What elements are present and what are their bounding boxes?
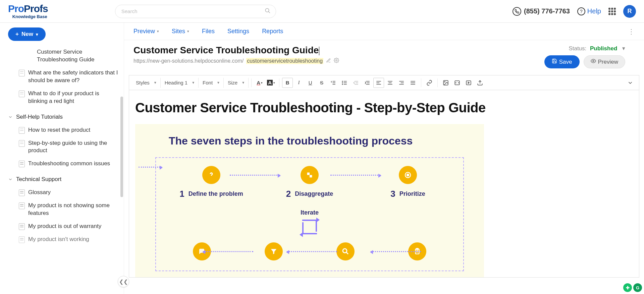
- tree-item[interactable]: My product is not showing some features: [7, 199, 120, 220]
- new-label: New: [21, 31, 33, 38]
- tab-label: Reports: [262, 28, 283, 35]
- svg-point-12: [342, 84, 343, 84]
- svg-line-1: [268, 11, 270, 13]
- tab-reports[interactable]: Reports: [262, 28, 283, 35]
- tree-item-label: Customer Service Troubleshooting Guide: [37, 48, 118, 64]
- tree-item[interactable]: What are the safety indicators that I sh…: [7, 66, 120, 87]
- align-left-button[interactable]: [373, 78, 384, 88]
- chevron-down-icon: [8, 115, 13, 119]
- tree-item[interactable]: What to do if your product is blinking a…: [7, 87, 120, 108]
- grammarly-icon[interactable]: G: [633, 283, 642, 292]
- save-button[interactable]: Save: [544, 55, 580, 68]
- tree-item[interactable]: How to reset the product: [7, 124, 120, 137]
- phone-block[interactable]: (855) 776-7763: [513, 7, 570, 16]
- indent-button[interactable]: [362, 78, 373, 88]
- document-icon: [19, 70, 25, 76]
- italic-button[interactable]: I: [293, 78, 304, 88]
- page-url: https://new-gen-solutions.helpdocsonline…: [133, 58, 544, 64]
- tree-item[interactable]: My product isn't working: [7, 233, 120, 246]
- tree-item-label: What are the safety indicators that I sh…: [28, 69, 118, 84]
- tree-item[interactable]: Step-by-step guide to using the product: [7, 137, 120, 158]
- page-title[interactable]: Customer Service Troubleshooting Guide: [133, 45, 319, 56]
- step-number: 3: [390, 189, 395, 199]
- chevron-down-icon: ▾: [622, 45, 625, 52]
- tab-files[interactable]: Files: [202, 28, 215, 35]
- editor-body[interactable]: Customer Service Troubleshooting - Step-…: [129, 90, 639, 278]
- video-button[interactable]: [463, 78, 474, 88]
- bg-color-button[interactable]: A▾: [266, 78, 276, 88]
- step-number: 2: [286, 189, 291, 199]
- tree-item-label: Glossary: [28, 189, 51, 196]
- strike-button[interactable]: S: [316, 78, 327, 88]
- tab-sites[interactable]: Sites ▾: [172, 28, 189, 35]
- arrow-icon: [287, 251, 337, 252]
- svg-point-42: [343, 249, 347, 253]
- tree-item-label: My product is out of warranty: [28, 223, 101, 230]
- bold-button[interactable]: B: [282, 78, 293, 88]
- sidebar-scrollbar[interactable]: [120, 97, 123, 197]
- eye-icon: [591, 58, 596, 65]
- step-text: Disaggregate: [295, 190, 333, 197]
- pencil-icon[interactable]: [326, 58, 331, 64]
- tree-group-selfhelp[interactable]: Self-Help Tutorials: [7, 111, 120, 124]
- chevron-down-icon: ▾: [187, 29, 189, 34]
- code-button[interactable]: [452, 78, 463, 88]
- heading-dropdown[interactable]: Heading 1▼: [161, 78, 199, 88]
- text-cursor: [319, 47, 319, 55]
- svg-line-43: [346, 252, 348, 254]
- tree-group-technical[interactable]: Technical Support: [7, 173, 120, 186]
- tree-item[interactable]: Glossary: [7, 186, 120, 199]
- save-icon: [552, 58, 557, 65]
- tree-item[interactable]: Troubleshooting common issues: [7, 157, 120, 170]
- url-slug[interactable]: customerservicetroubleshooting: [246, 58, 323, 64]
- svg-rect-39: [310, 175, 312, 177]
- ordered-list-button[interactable]: [328, 78, 338, 88]
- step-label: 1Define the problem: [179, 189, 243, 199]
- avatar[interactable]: R: [623, 5, 636, 18]
- step-label: 2Disaggregate: [286, 189, 333, 199]
- new-button[interactable]: + New ▾: [8, 27, 46, 41]
- tree-item-active[interactable]: Customer Service Troubleshooting Guide: [7, 46, 120, 66]
- svg-point-10: [342, 81, 343, 81]
- top-header: Pro Profs Knowledge Base (855) 776-7763 …: [0, 0, 644, 23]
- apps-icon[interactable]: [608, 8, 616, 15]
- status-value: Published: [590, 45, 617, 52]
- iterate-icon: [300, 219, 319, 236]
- main-tabs: Preview ▾ Sites ▾ Files Settings Reports…: [124, 23, 644, 40]
- separator: [251, 78, 252, 87]
- underline-button[interactable]: U: [305, 78, 316, 88]
- kebab-menu-icon[interactable]: ⋮: [628, 27, 635, 36]
- help-link[interactable]: ? Help: [577, 7, 601, 15]
- gear-icon[interactable]: [334, 58, 339, 64]
- image-button[interactable]: [440, 78, 451, 88]
- tab-settings[interactable]: Settings: [227, 28, 249, 35]
- align-justify-button[interactable]: [408, 78, 418, 88]
- status-line[interactable]: Status: Published ▾: [569, 45, 625, 52]
- logo-pro: Pro: [8, 4, 24, 14]
- text-color-button[interactable]: A▾: [254, 78, 265, 88]
- upload-button[interactable]: [475, 78, 485, 88]
- sidebar-collapse-button[interactable]: ❮❮: [118, 276, 129, 287]
- grammarly-icon[interactable]: ✚: [623, 283, 632, 292]
- tab-preview[interactable]: Preview ▾: [133, 28, 159, 35]
- preview-button[interactable]: Preview: [584, 55, 625, 68]
- chevron-down-icon: [8, 177, 13, 182]
- tree-item[interactable]: My product is out of warranty: [7, 220, 120, 233]
- logo[interactable]: Pro Profs Knowledge Base: [8, 4, 48, 19]
- step-3: 3Prioritize: [376, 166, 440, 199]
- size-dropdown[interactable]: Size▼: [224, 78, 249, 88]
- unordered-list-button[interactable]: [339, 78, 350, 88]
- styles-dropdown[interactable]: Styles▼: [132, 78, 161, 88]
- toolbar-expand-button[interactable]: [625, 78, 636, 88]
- tree-item-label: Troubleshooting common issues: [28, 160, 110, 168]
- font-dropdown[interactable]: Font▼: [199, 78, 224, 88]
- align-right-button[interactable]: [396, 78, 407, 88]
- outdent-button[interactable]: [351, 78, 361, 88]
- steps-row-top: 1Define the problem 2Disaggregate 3Prior…: [166, 166, 453, 199]
- document-icon: [19, 189, 25, 196]
- search-input[interactable]: [115, 5, 276, 18]
- align-center-button[interactable]: [385, 78, 395, 88]
- search-icon[interactable]: [265, 8, 271, 15]
- link-button[interactable]: [424, 78, 435, 88]
- phone-number: (855) 776-7763: [524, 7, 570, 15]
